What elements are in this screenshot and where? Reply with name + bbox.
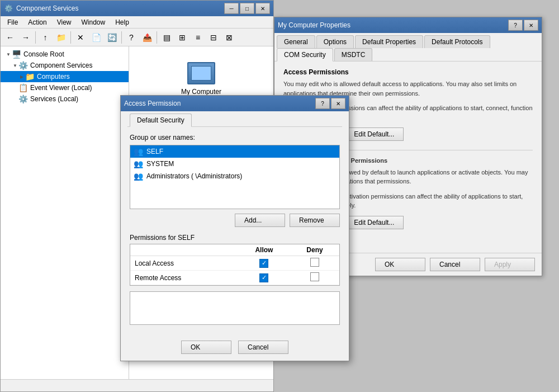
menu-bar: File Action View Window Help	[1, 16, 273, 29]
main-title-bar: ⚙️ Component Services ─ □ ✕	[1, 1, 273, 16]
perm-local-deny[interactable]	[290, 256, 339, 271]
services-icon: ⚙️	[18, 95, 28, 103]
access-dialog-content: Group or user names: 👥 SELF 👥 SYSTEM 👥 A…	[121, 127, 349, 336]
user-item-administrators[interactable]: 👥 Administrators ( \Administrators)	[130, 170, 339, 182]
menu-action[interactable]: Action	[23, 17, 51, 27]
view-btn-5[interactable]: ⊠	[222, 30, 236, 45]
users-list: 👥 SELF 👥 SYSTEM 👥 Administrators ( \Admi…	[130, 145, 340, 209]
tab-com-security[interactable]: COM Security	[277, 48, 333, 62]
minimize-button[interactable]: ─	[224, 3, 239, 14]
app-icon: ⚙️	[4, 4, 13, 13]
refresh-button[interactable]: 🔄	[105, 30, 119, 45]
props-tab-bar: General Options Default Properties Defau…	[274, 33, 542, 62]
tree-console-root[interactable]: ▼ 🖥️ Console Root	[1, 49, 129, 60]
menu-file[interactable]: File	[3, 17, 22, 27]
tree-computers[interactable]: ▶ 📁 Computers	[1, 71, 129, 82]
tree-panel: ▼ 🖥️ Console Root ▼ ⚙️ Component Service…	[1, 46, 129, 379]
view-btn-2[interactable]: ⊞	[175, 30, 190, 45]
tree-event-viewer[interactable]: 📋 Event Viewer (Local)	[1, 82, 129, 93]
add-user-button[interactable]: Add...	[235, 214, 285, 227]
access-permission-dialog: Access Permission ? ✕ Default Security G…	[120, 95, 349, 361]
tree-services[interactable]: ⚙️ Services (Local)	[1, 93, 129, 105]
help-button[interactable]: ?	[124, 30, 139, 45]
props-help-button[interactable]: ?	[508, 20, 523, 31]
perm-row-local: Local Access ✓	[130, 256, 339, 271]
perm-remote-allow[interactable]: ✓	[238, 271, 290, 285]
launch-edit-default-button[interactable]: Edit Default...	[344, 216, 404, 229]
perm-remote-deny[interactable]	[290, 271, 339, 285]
view-btn-1[interactable]: ▤	[159, 30, 174, 45]
access-close-button[interactable]: ✕	[331, 98, 345, 109]
user-icon-admin: 👥	[134, 172, 143, 181]
toolbar-separator-1	[35, 31, 36, 44]
access-tab-area: Default Security	[121, 111, 349, 127]
tab-default-properties[interactable]: Default Properties	[355, 35, 423, 48]
computer-screen	[191, 66, 211, 81]
maximize-button[interactable]: □	[240, 3, 254, 14]
forward-button[interactable]: →	[18, 30, 33, 45]
access-cancel-button[interactable]: Cancel	[238, 341, 288, 354]
component-services-icon: ⚙️	[18, 61, 28, 70]
props-ok-button[interactable]: OK	[375, 258, 425, 271]
menu-window[interactable]: Window	[77, 17, 110, 27]
my-computer-item[interactable]: My Computer	[181, 62, 221, 96]
menu-help[interactable]: Help	[111, 17, 134, 27]
menu-view[interactable]: View	[53, 17, 76, 27]
props-title-bar: My Computer Properties ? ✕	[274, 17, 542, 33]
permissions-table: Allow Deny Local Access ✓	[130, 244, 340, 286]
user-item-system[interactable]: 👥 SYSTEM	[130, 158, 339, 170]
user-icon-self: 👥	[134, 147, 143, 156]
user-icon-system: 👥	[134, 159, 143, 168]
perm-local-label: Local Access	[130, 256, 238, 271]
props-cancel-button[interactable]: Cancel	[430, 258, 480, 271]
tree-component-services[interactable]: ▼ ⚙️ Component Services	[1, 60, 129, 71]
tab-options[interactable]: Options	[316, 35, 354, 48]
perm-col-deny: Deny	[290, 244, 339, 256]
status-bar	[1, 379, 273, 391]
console-root-icon: 🖥️	[12, 50, 21, 59]
view-btn-4[interactable]: ⊟	[206, 30, 221, 45]
perm-local-allow[interactable]: ✓	[238, 256, 290, 271]
event-viewer-icon: 📋	[18, 83, 28, 92]
remote-deny-checkbox[interactable]	[310, 272, 319, 281]
props-title: My Computer Properties	[278, 21, 350, 29]
local-allow-checkbox[interactable]: ✓	[259, 259, 268, 268]
tab-general[interactable]: General	[277, 35, 315, 48]
local-deny-checkbox[interactable]	[310, 258, 319, 267]
up-button[interactable]: ↑	[38, 30, 53, 45]
view-btn-3[interactable]: ≡	[191, 30, 205, 45]
my-computer-label: My Computer	[181, 88, 221, 96]
group-label: Group or user names:	[130, 134, 340, 141]
access-footer: OK Cancel	[121, 336, 349, 361]
delete-button[interactable]: ✕	[73, 30, 88, 45]
tab-msdtc[interactable]: MSDTC	[334, 48, 373, 61]
props-button[interactable]: 📄	[89, 30, 103, 45]
computer-image	[187, 62, 215, 84]
tab-default-protocols[interactable]: Default Protocols	[424, 35, 490, 48]
close-button[interactable]: ✕	[255, 3, 270, 14]
access-help-button[interactable]: ?	[315, 98, 330, 109]
access-edit-default-button[interactable]: Edit Default...	[344, 127, 404, 141]
toolbar-separator-4	[157, 31, 157, 44]
export-button[interactable]: 📤	[140, 30, 154, 45]
tab-default-security[interactable]: Default Security	[130, 114, 192, 127]
add-remove-buttons: Add... Remove	[130, 214, 340, 227]
perm-col-allow: Allow	[238, 244, 290, 256]
access-section-title: Access Permissions	[283, 68, 533, 76]
toolbar-separator-2	[70, 31, 71, 44]
tree-arrow-console: ▼	[5, 52, 12, 57]
access-ok-button[interactable]: OK	[181, 341, 231, 354]
main-title: Component Services	[16, 4, 78, 12]
toolbar: ← → ↑ 📁 ✕ 📄 🔄 ? 📤 ▤ ⊞ ≡ ⊟ ⊠	[1, 29, 273, 46]
perm-remote-label: Remote Access	[130, 271, 238, 285]
props-close-button[interactable]: ✕	[524, 20, 538, 31]
remote-allow-checkbox[interactable]: ✓	[259, 273, 268, 282]
access-title-bar: Access Permission ? ✕	[121, 96, 349, 111]
remove-user-button[interactable]: Remove	[290, 214, 340, 227]
user-item-self[interactable]: 👥 SELF	[130, 145, 339, 158]
perms-for-label: Permissions for SELF	[130, 234, 340, 242]
back-button[interactable]: ←	[3, 30, 17, 45]
folder-btn[interactable]: 📁	[54, 30, 68, 45]
props-apply-button[interactable]: Apply	[485, 258, 535, 271]
tree-arrow-computers: ▶	[18, 74, 25, 79]
